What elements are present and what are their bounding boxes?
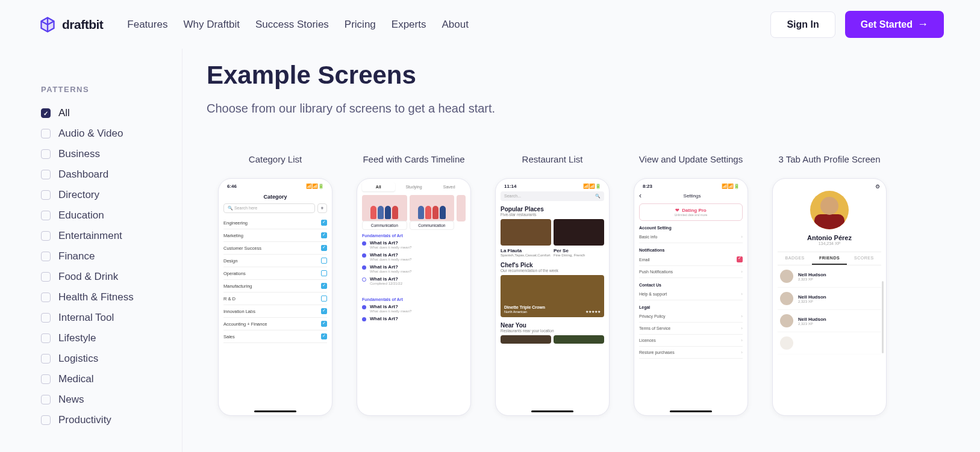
checkbox-icon [41, 272, 51, 282]
nav-success[interactable]: Success Stories [255, 19, 329, 31]
checkbox-icon [41, 354, 51, 364]
tab-studying: Studying [398, 182, 431, 191]
category-row: Operations [223, 267, 327, 280]
chevron-right-icon: › [741, 269, 743, 274]
item-title: What is Art? [370, 276, 402, 282]
sidebar-item-label: Food & Drink [58, 271, 118, 283]
category-row: Accounting + Finance [223, 318, 327, 330]
friend-name: Nell Hudson [798, 272, 826, 277]
search-placeholder: Search here [234, 206, 257, 210]
sidebar-item-audio-video[interactable]: Audio & Video [41, 128, 182, 140]
avatar [810, 191, 849, 229]
checkbox-icon [41, 293, 51, 302]
sidebar-item-label: Audio & Video [58, 128, 123, 140]
restaurant-tags: Fine Dining, French [554, 253, 604, 257]
settings-row: Help & support [639, 292, 667, 296]
friend-xp: 2,323 XP [798, 322, 826, 326]
checkbox-icon [41, 170, 51, 179]
sidebar-item-label: Internal Tool [58, 312, 114, 324]
sidebar-heading: PATTERNS [41, 85, 182, 94]
checkbox-icon [41, 395, 51, 404]
checkbox-icon [41, 313, 51, 323]
sidebar-item-label: Business [58, 148, 100, 160]
logo[interactable]: draftbit [39, 16, 103, 33]
phone-heading: Category [223, 194, 327, 200]
phone-heading: Settings [641, 193, 743, 199]
friend-name: Nell Hudson [798, 294, 826, 300]
card-title: View and Update Settings [633, 146, 749, 172]
screen-card[interactable]: Restaurant List 11:14📶 📶 🔋 Search...🔍 Po… [484, 146, 621, 416]
signin-button[interactable]: Sign In [770, 11, 835, 38]
sidebar-item-directory[interactable]: Directory [41, 189, 182, 201]
sidebar-item-dashboard[interactable]: Dashboard [41, 169, 182, 181]
card-title: Feed with Cards Timeline [357, 146, 470, 172]
checkbox-icon [41, 415, 51, 425]
sidebar-item-finance[interactable]: Finance [41, 250, 182, 262]
checkbox-icon [41, 108, 51, 118]
screen-card[interactable]: Category List 6:46📶 📶 🔋 Category 🔍 Searc… [207, 146, 344, 416]
checkbox-icon [41, 211, 51, 220]
friend-row: Nell Hudson2,323 XP [778, 288, 881, 310]
checkbox-icon [41, 333, 51, 343]
sidebar-item-all[interactable]: All [41, 107, 182, 119]
search-icon: 🔍 [595, 194, 601, 199]
settings-group: Legal [639, 305, 743, 309]
main-nav: Features Why Draftbit Success Stories Pr… [127, 19, 469, 31]
cube-icon [39, 16, 56, 33]
item-title: What is Art? [370, 304, 411, 309]
sidebar-item-health-fitness[interactable]: Health & Fitness [41, 291, 182, 303]
sidebar-item-lifestyle[interactable]: Lifestyle [41, 332, 182, 344]
status-icons: 📶 📶 🔋 [583, 184, 601, 189]
home-indicator [670, 410, 712, 412]
item-sub: What does it really mean? [370, 309, 411, 313]
sidebar-item-entertainment[interactable]: Entertainment [41, 230, 182, 242]
section-heading: Chef's Pick [501, 262, 604, 268]
brand-icon: ❤ Dating Pro [675, 208, 706, 213]
nav-about[interactable]: About [442, 19, 468, 31]
sidebar-item-productivity[interactable]: Productivity [41, 414, 182, 426]
phone-preview: 8:23📶 📶 🔋 ‹Settings ❤ Dating Pro Unlimit… [634, 178, 748, 416]
sidebar-item-internal-tool[interactable]: Internal Tool [41, 312, 182, 324]
getstarted-label: Get Started [861, 19, 913, 30]
item-sub: Completed 12/21/22 [370, 282, 402, 285]
sidebar-item-news[interactable]: News [41, 394, 182, 406]
sidebar-item-label: Education [58, 209, 104, 221]
sidebar-item-label: Lifestyle [58, 332, 96, 344]
status-icons: 📶 📶 🔋 [722, 184, 739, 189]
category-row: R & D [223, 293, 327, 305]
section-sub: Our recommendation of the week [501, 268, 604, 273]
sidebar-item-label: Productivity [58, 414, 111, 426]
screen-card[interactable]: View and Update Settings 8:23📶 📶 🔋 ‹Sett… [622, 146, 760, 416]
nav-experts[interactable]: Experts [392, 19, 426, 31]
getstarted-button[interactable]: Get Started → [845, 11, 944, 38]
item-title: What is Art? [370, 252, 411, 258]
brand-name: Dating Pro [682, 208, 706, 213]
sidebar-item-logistics[interactable]: Logistics [41, 353, 182, 365]
sidebar-item-education[interactable]: Education [41, 209, 182, 221]
item-sub: What does it really mean? [370, 270, 411, 273]
chevron-right-icon: › [741, 234, 743, 240]
nav-why[interactable]: Why Draftbit [183, 19, 240, 31]
screen-card[interactable]: 3 Tab Auth Profile Screen ⚙ Antonio Pére… [761, 146, 898, 416]
overlay-sub: North American [504, 310, 527, 314]
status-time: 11:14 [504, 184, 516, 189]
sidebar-item-business[interactable]: Business [41, 148, 182, 160]
card-title: 3 Tab Auth Profile Screen [773, 146, 887, 172]
sidebar-item-medical[interactable]: Medical [41, 373, 182, 385]
phone-preview: All Studying Saved Communication Communi… [357, 178, 471, 416]
friend-row [778, 332, 881, 354]
sidebar-item-food-drink[interactable]: Food & Drink [41, 271, 182, 283]
sidebar-item-label: Finance [58, 250, 95, 262]
tab-badges: BADGES [778, 252, 812, 265]
screen-card[interactable]: Feed with Cards Timeline All Studying Sa… [345, 146, 482, 416]
checkbox-icon [41, 190, 51, 200]
restaurant-name: La Flauta [501, 248, 551, 253]
nav-pricing[interactable]: Pricing [345, 19, 376, 31]
nav-features[interactable]: Features [127, 19, 167, 31]
sidebar-item-label: Medical [58, 373, 94, 385]
chevron-right-icon: › [741, 350, 743, 355]
status-icons: 📶 📶 🔋 [306, 184, 323, 189]
search-placeholder: Search... [504, 194, 521, 199]
item-title: What is Art? [370, 240, 411, 246]
chevron-right-icon: › [741, 326, 743, 331]
